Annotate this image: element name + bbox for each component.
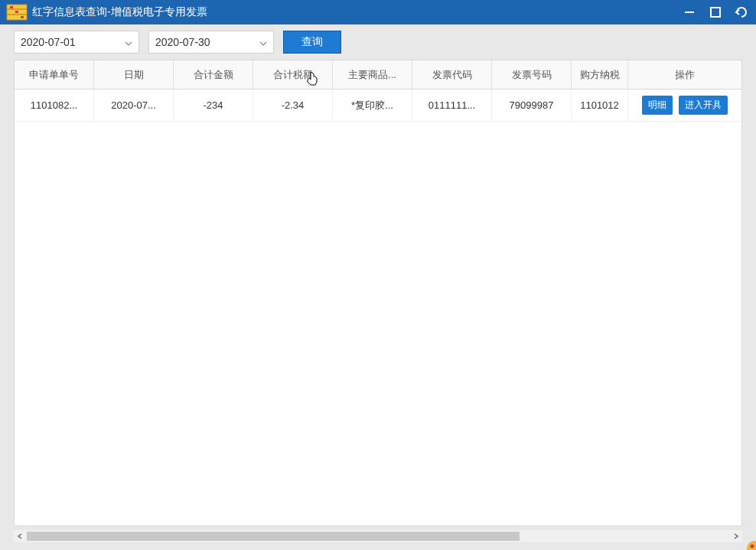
svg-rect-5 — [21, 16, 24, 18]
th-date[interactable]: 日期 — [94, 60, 174, 89]
cell-date: 2020-07... — [94, 89, 174, 121]
window-controls — [681, 4, 750, 21]
th-main-product[interactable]: 主要商品... — [333, 60, 412, 89]
svg-rect-3 — [10, 6, 13, 8]
scrollbar-track[interactable] — [26, 531, 730, 542]
th-request-no[interactable]: 申请单单号 — [15, 60, 94, 89]
th-total-tax[interactable]: 合计税额 — [253, 60, 333, 89]
title-bar: 红字信息表查询-增值税电子专用发票 — [0, 0, 756, 24]
corner-notification-icon[interactable] — [744, 538, 756, 550]
horizontal-scrollbar[interactable] — [14, 530, 742, 542]
data-table: 申请单单号 日期 合计金额 合计税额 主要商品... 发票代码 发票号码 购方纳… — [14, 60, 742, 526]
th-invoice-code[interactable]: 发票代码 — [412, 60, 492, 89]
detail-button[interactable]: 明细 — [642, 96, 673, 115]
svg-rect-7 — [711, 8, 720, 17]
scroll-left-icon[interactable] — [14, 530, 26, 542]
window-title: 红字信息表查询-增值税电子专用发票 — [32, 5, 681, 19]
th-action: 操作 — [628, 60, 741, 89]
table-header: 申请单单号 日期 合计金额 合计税额 主要商品... 发票代码 发票号码 购方纳… — [15, 60, 741, 89]
th-invoice-no[interactable]: 发票号码 — [492, 60, 572, 89]
date-from-select[interactable]: 2020-07-01 — [14, 31, 139, 54]
chevron-down-icon — [125, 36, 132, 48]
cell-invoice-code: 0111111... — [412, 89, 492, 121]
query-button[interactable]: 查询 — [283, 31, 341, 54]
minimize-icon[interactable] — [681, 4, 698, 21]
cell-total-amount: -234 — [174, 89, 253, 121]
enter-issue-button[interactable]: 进入开具 — [679, 96, 728, 115]
date-to-value: 2020-07-30 — [155, 36, 210, 48]
back-icon[interactable] — [733, 4, 750, 21]
cell-request-no: 1101082... — [15, 89, 94, 121]
content-area: 2020-07-01 2020-07-30 查询 申请单单号 日期 合计金额 合… — [0, 24, 756, 550]
cell-actions: 明细 进入开具 — [628, 89, 741, 121]
table-row[interactable]: 1101082... 2020-07... -234 -2.34 *复印胶...… — [15, 89, 741, 122]
cell-invoice-no: 79099987 — [492, 89, 572, 121]
cell-buyer-tax: 1101012 — [572, 89, 628, 121]
app-icon — [6, 3, 28, 21]
cell-main-product: *复印胶... — [333, 89, 412, 121]
svg-point-9 — [751, 545, 754, 548]
chevron-down-icon — [259, 36, 267, 48]
th-buyer-tax[interactable]: 购方纳税 — [572, 60, 628, 89]
cell-total-tax: -2.34 — [253, 89, 333, 121]
query-button-label: 查询 — [301, 35, 323, 49]
date-to-select[interactable]: 2020-07-30 — [148, 31, 274, 54]
th-total-amount[interactable]: 合计金额 — [174, 60, 253, 89]
scroll-right-icon[interactable] — [730, 530, 742, 542]
svg-rect-4 — [15, 11, 18, 13]
maximize-icon[interactable] — [707, 4, 724, 21]
filter-bar: 2020-07-01 2020-07-30 查询 — [14, 31, 742, 54]
scrollbar-thumb[interactable] — [27, 532, 520, 541]
date-from-value: 2020-07-01 — [21, 36, 76, 48]
